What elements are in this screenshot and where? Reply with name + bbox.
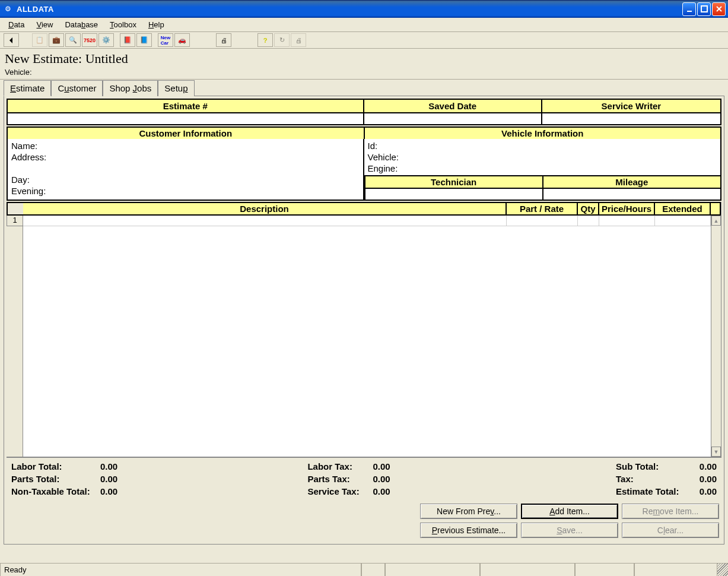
grid-row-1[interactable] [23, 216, 711, 226]
tool-code-icon[interactable]: 7520 [82, 33, 97, 47]
service-tax-label: Service Tax: [307, 486, 373, 496]
sub-total-label: Sub Total: [616, 461, 693, 471]
parts-total-value: 0.00 [100, 474, 136, 484]
col-extended: Extended [655, 202, 711, 216]
estimate-total-value: 0.00 [693, 486, 717, 496]
previous-estimate-button[interactable]: Previous Estimate... [420, 523, 517, 538]
app-title: ALLDATA [17, 5, 682, 14]
row-header-corner [7, 202, 23, 216]
col-service-writer: Service Writer [542, 100, 720, 112]
svg-rect-1 [701, 6, 707, 12]
menu-help[interactable]: Help [142, 19, 170, 30]
tabs: Estimate Customer Shop Jobs Setup [0, 80, 728, 96]
tool-book-icon[interactable]: 📕 [120, 33, 135, 47]
parts-total-label: Parts Total: [11, 474, 100, 484]
tool-print-icon[interactable]: 🖨 [216, 33, 231, 47]
scroll-header-spacer [711, 202, 721, 216]
scroll-up-icon[interactable]: ▲ [711, 216, 721, 226]
customer-name-label: Name: [11, 140, 360, 151]
cell-partrate-1[interactable] [507, 216, 578, 226]
tool-help-icon[interactable]: ? [257, 33, 273, 47]
resize-grip-icon[interactable] [717, 564, 728, 576]
row-numbers: 1 [7, 216, 23, 457]
status-pane-3 [385, 564, 480, 576]
status-pane-2 [361, 564, 385, 576]
tech-mileage-row[interactable] [364, 189, 722, 201]
tab-customer[interactable]: Customer [51, 80, 103, 96]
cell-qty-1[interactable] [578, 216, 599, 226]
title-bar: ⚙ ALLDATA [0, 0, 728, 18]
tool-car-icon[interactable]: 🚗 [174, 33, 190, 47]
labor-tax-label: Labor Tax: [307, 461, 373, 471]
service-writer-value[interactable] [542, 113, 720, 124]
cell-description-1[interactable] [23, 216, 507, 226]
tax-label: Tax: [616, 474, 693, 484]
vehicle-info-box[interactable]: Id: Vehicle: Engine: [364, 139, 722, 176]
estimate-total-label: Estimate Total: [616, 486, 693, 496]
action-buttons: New From Prev... Add Item... Remove Item… [7, 500, 721, 542]
tool-search-icon[interactable]: 🔍 [65, 33, 81, 47]
clear-button: Clear... [622, 523, 719, 538]
app-icon: ⚙ [2, 4, 13, 14]
save-button: Save... [521, 523, 618, 538]
tab-shop-jobs[interactable]: Shop Jobs [103, 80, 158, 96]
col-technician: Technician [364, 176, 542, 189]
grid-cells[interactable] [23, 216, 711, 457]
mileage-value[interactable] [542, 189, 720, 200]
menu-view[interactable]: View [30, 19, 59, 30]
tool-folder-icon[interactable]: 💼 [49, 33, 64, 47]
customer-day-label: Day: [11, 174, 360, 185]
tool-icon-1: 📋 [32, 33, 47, 47]
col-vehicle-info: Vehicle Information [365, 128, 721, 139]
tab-estimate[interactable]: Estimate [4, 80, 51, 96]
col-mileage: Mileage [542, 176, 720, 189]
tech-mileage-header: Technician Mileage [364, 176, 722, 189]
tool-gear-icon[interactable]: ⚙️ [98, 33, 114, 47]
technician-value[interactable] [364, 189, 542, 200]
customer-evening-label: Evening: [11, 185, 360, 197]
estimate-no-value[interactable] [8, 113, 364, 124]
maximize-button[interactable] [697, 2, 711, 16]
status-pane-5 [575, 564, 634, 576]
remove-item-button: Remove Item... [622, 504, 719, 519]
tax-value: 0.00 [693, 474, 717, 484]
customer-info-box[interactable]: Name: Address: Day: Evening: [7, 139, 364, 201]
estimate-data-row[interactable] [7, 113, 721, 125]
back-button[interactable] [4, 33, 19, 47]
col-customer-info: Customer Information [8, 128, 365, 139]
col-saved-date: Saved Date [364, 100, 542, 112]
tool-check-icon[interactable]: 📘 [136, 33, 152, 47]
tool-print2-icon: 🖨 [291, 33, 306, 47]
labor-total-label: Labor Total: [11, 461, 100, 471]
vehicle-engine-label: Engine: [368, 163, 717, 174]
menu-data[interactable]: Data [2, 19, 30, 30]
new-from-prev-button[interactable]: New From Prev... [420, 504, 517, 519]
vertical-scrollbar[interactable]: ▲ ▼ [711, 216, 721, 457]
parts-tax-label: Parts Tax: [307, 474, 373, 484]
cell-pricehours-1[interactable] [599, 216, 655, 226]
tab-setup[interactable]: Setup [158, 80, 194, 96]
estimate-header-row: Estimate # Saved Date Service Writer [7, 99, 721, 113]
vehicle-label: Vehicle: [5, 68, 723, 77]
row-number-1[interactable]: 1 [7, 216, 23, 226]
document-header: New Estimate: Untitled Vehicle: [0, 49, 728, 80]
vehicle-id-label: Id: [368, 140, 717, 151]
close-button[interactable] [712, 2, 726, 16]
add-item-button[interactable]: Add Item... [521, 504, 618, 519]
col-price-hours: Price/Hours [599, 202, 655, 216]
svg-rect-0 [687, 11, 692, 12]
col-part-rate: Part / Rate [507, 202, 578, 216]
menu-database[interactable]: Database [59, 19, 104, 30]
col-qty: Qty [578, 202, 599, 216]
cell-extended-1[interactable] [655, 216, 711, 226]
menu-toolbox[interactable]: Toolbox [104, 19, 142, 30]
toolbar: 📋 💼 🔍 7520 ⚙️ 📕 📘 NewCar 🚗 🖨 ? ↻ 🖨 [0, 32, 728, 49]
nontax-total-label: Non-Taxable Total: [11, 486, 100, 496]
tool-new-car-icon[interactable]: NewCar [158, 33, 173, 47]
col-estimate-no: Estimate # [8, 100, 364, 112]
labor-tax-value: 0.00 [373, 461, 408, 471]
minimize-button[interactable] [682, 2, 696, 16]
scroll-down-icon[interactable]: ▼ [711, 447, 721, 457]
cust-veh-header: Customer Information Vehicle Information [7, 126, 721, 139]
saved-date-value[interactable] [364, 113, 542, 124]
